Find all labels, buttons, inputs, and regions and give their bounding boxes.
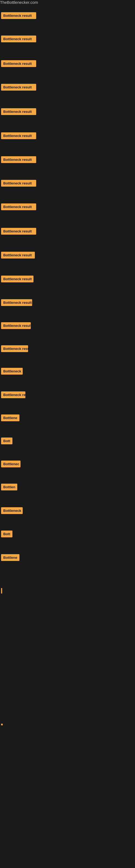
tiny-dot bbox=[1, 724, 3, 725]
bottleneck-item-20: Bottlenec bbox=[1, 461, 20, 467]
bottleneck-item-22: Bottleneck bbox=[1, 507, 23, 514]
bottleneck-item-2: Bottleneck result bbox=[1, 35, 36, 42]
small-indicator bbox=[1, 588, 2, 593]
bottleneck-item-24: Bottlene bbox=[1, 554, 19, 561]
bottleneck-item-4: Bottleneck result bbox=[1, 84, 36, 91]
bottleneck-item-13: Bottleneck result bbox=[1, 299, 32, 306]
bottleneck-item-8: Bottleneck result bbox=[1, 180, 36, 187]
bottleneck-item-17: Bottleneck re bbox=[1, 392, 26, 398]
bottleneck-item-16: Bottleneck bbox=[1, 368, 23, 375]
bottleneck-item-1: Bottleneck result bbox=[1, 12, 36, 19]
bottleneck-item-11: Bottleneck result bbox=[1, 252, 35, 258]
bottleneck-item-6: Bottleneck result bbox=[1, 132, 36, 139]
bottleneck-item-5: Bottleneck result bbox=[1, 108, 36, 115]
items-container: Bottleneck resultBottleneck resultBottle… bbox=[0, 5, 135, 846]
bottleneck-item-9: Bottleneck result bbox=[1, 204, 36, 210]
bottleneck-item-7: Bottleneck result bbox=[1, 156, 36, 163]
bottleneck-item-12: Bottleneck result bbox=[1, 276, 34, 282]
bottleneck-item-3: Bottleneck result bbox=[1, 60, 36, 67]
bottleneck-item-19: Bott bbox=[1, 437, 12, 444]
bottleneck-item-10: Bottleneck result bbox=[1, 228, 36, 235]
bottleneck-item-18: Bottlene bbox=[1, 414, 19, 421]
bottleneck-item-21: Bottlen bbox=[1, 484, 17, 490]
bottleneck-item-14: Bottleneck result bbox=[1, 322, 31, 329]
bottleneck-item-15: Bottleneck resu bbox=[1, 345, 28, 352]
bottleneck-item-23: Bott bbox=[1, 531, 12, 537]
site-header: TheBottlenecker.com bbox=[0, 0, 135, 5]
